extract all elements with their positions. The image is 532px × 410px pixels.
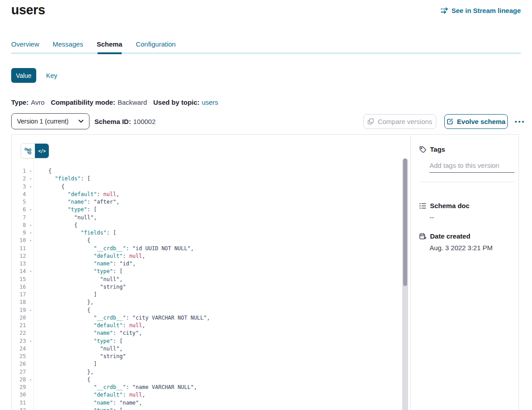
schema-id: Schema ID: 100002 (94, 113, 156, 129)
code-line: 12 "default": null, (12, 252, 410, 260)
fold-spacer (28, 276, 33, 283)
type-label: Type: (11, 98, 29, 106)
version-select-value: Version 1 (current) (17, 118, 68, 125)
schema-editor-panel: </> 1▾{2▾ "fields": [3▾ {4 "default": nu… (11, 134, 411, 410)
calendar-plus-icon (419, 233, 426, 240)
code-line: 10▾ { (12, 237, 410, 244)
add-tags-input[interactable] (430, 158, 515, 173)
fold-toggle-icon[interactable]: ▾ (28, 337, 33, 345)
code-view-button[interactable]: </> (35, 144, 49, 158)
line-number: 8 (12, 222, 28, 229)
compare-versions-icon (367, 118, 374, 125)
scrollbar-thumb[interactable] (403, 158, 407, 286)
schema-info-sidebar: Tags Schema doc -- Date created (411, 134, 519, 410)
key-tab-button[interactable]: Key (46, 72, 57, 79)
code-line: 7 "null", (12, 214, 410, 222)
tree-view-button[interactable] (21, 144, 35, 158)
schema-id-value: 100002 (133, 118, 156, 125)
topic-link[interactable]: users (202, 98, 218, 106)
code-viewer[interactable]: 1▾{2▾ "fields": [3▾ {4 "default": null,5… (12, 158, 410, 410)
fold-spacer (28, 314, 33, 322)
compare-versions-button[interactable]: Compare versions (363, 114, 436, 129)
fold-spacer (28, 252, 33, 260)
tab-underline (11, 52, 521, 54)
code-text: "null", (33, 276, 123, 283)
code-text: "default": null, (33, 191, 119, 198)
fold-toggle-icon[interactable]: ▾ (28, 206, 33, 214)
scrollbar-track[interactable] (402, 158, 408, 410)
code-line: 3▾ { (12, 183, 410, 191)
code-text: { (33, 167, 51, 175)
fold-spacer (28, 283, 33, 291)
code-line: 1▾{ (12, 167, 410, 175)
fold-spacer (28, 391, 33, 399)
code-text: }, (33, 299, 94, 306)
code-text: "null", (33, 214, 97, 222)
fold-toggle-icon[interactable]: ▾ (28, 175, 33, 183)
evolve-schema-label: Evolve schema (457, 118, 505, 125)
code-lines: 1▾{2▾ "fields": [3▾ {4 "default": null,5… (12, 167, 410, 410)
fold-spacer (28, 360, 33, 368)
page-title: users (11, 3, 45, 17)
fold-toggle-icon[interactable]: ▾ (28, 407, 33, 410)
code-text: { (33, 222, 77, 229)
fold-toggle-icon[interactable]: ▾ (28, 167, 33, 175)
fold-toggle-icon[interactable]: ▾ (28, 268, 33, 275)
fold-spacer (28, 329, 33, 337)
code-line: 8▾ { (12, 222, 410, 229)
fold-spacer (28, 368, 33, 376)
code-text: "default": null, (33, 252, 145, 260)
line-number: 13 (12, 260, 28, 268)
line-number: 23 (12, 337, 28, 345)
subject-toggle: Value Key (11, 68, 57, 83)
line-number: 16 (12, 283, 28, 291)
line-number: 32 (12, 407, 28, 410)
line-number: 31 (12, 399, 28, 407)
version-select[interactable]: Version 1 (current) (11, 113, 89, 129)
code-line: 11 "__crdb__": "id UUID NOT NULL", (12, 245, 410, 252)
sidebar-divider (420, 182, 515, 182)
line-number: 1 (12, 167, 28, 175)
code-text: "default": null, (33, 391, 145, 399)
code-line: 14▾ "type": [ (12, 268, 410, 275)
tree-view-icon (25, 148, 31, 154)
type-value: Avro (31, 98, 45, 106)
fold-toggle-icon[interactable]: ▾ (28, 229, 33, 237)
line-number: 21 (12, 322, 28, 329)
tab-configuration[interactable]: Configuration (136, 40, 175, 51)
fold-spacer (28, 299, 33, 306)
line-number: 15 (12, 276, 28, 283)
editor-view-toggle: </> (21, 143, 49, 158)
line-number: 2 (12, 175, 28, 183)
value-tab-button[interactable]: Value (11, 68, 36, 83)
evolve-schema-button[interactable]: Evolve schema (444, 114, 508, 129)
line-number: 17 (12, 291, 28, 299)
fold-toggle-icon[interactable]: ▾ (28, 222, 33, 229)
code-line: 4 "default": null, (12, 191, 410, 198)
fold-toggle-icon[interactable]: ▾ (28, 237, 33, 244)
code-line: 26 ] (12, 360, 410, 368)
line-number: 9 (12, 229, 28, 237)
code-line: 18 }, (12, 299, 410, 306)
code-line: 28▾ { (12, 376, 410, 384)
code-text: "type": [ (33, 337, 123, 345)
fold-toggle-icon[interactable]: ▾ (28, 183, 33, 191)
code-text: "type": [ (33, 268, 123, 275)
code-line: 5 "name": "after", (12, 198, 410, 206)
stream-lineage-link[interactable]: See in Stream lineage (441, 7, 521, 14)
tab-messages[interactable]: Messages (53, 40, 83, 51)
tab-schema[interactable]: Schema (97, 40, 123, 51)
code-line: 29 "__crdb__": "name VARCHAR NULL", (12, 384, 410, 391)
fold-spacer (28, 191, 33, 198)
more-options-button[interactable] (512, 114, 527, 129)
code-line: 32▾ "type": [ (12, 407, 410, 410)
fold-spacer (28, 345, 33, 353)
fold-toggle-icon[interactable]: ▾ (28, 376, 33, 384)
code-text: "type": [ (33, 407, 123, 410)
code-line: 30 "default": null, (12, 391, 410, 399)
tab-overview[interactable]: Overview (11, 40, 39, 51)
code-text: "fields": [ (33, 175, 90, 183)
code-line: 22 "name": "city", (12, 329, 410, 337)
fold-toggle-icon[interactable]: ▾ (28, 307, 33, 314)
used-by-topic-label: Used by topic: (153, 98, 200, 106)
